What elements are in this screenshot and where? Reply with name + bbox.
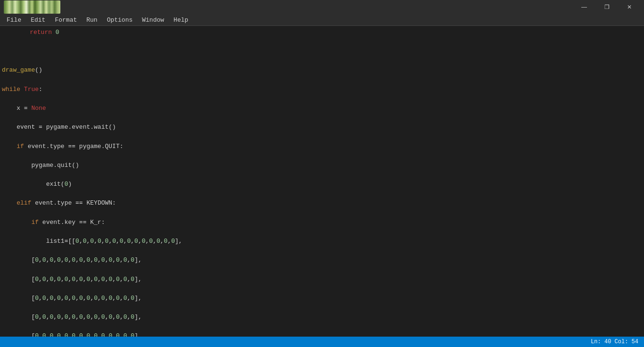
menu-window[interactable]: Window xyxy=(137,15,169,25)
menu-edit[interactable]: Edit xyxy=(26,15,50,25)
window-controls: — ❐ ✕ xyxy=(573,0,640,14)
title-bar-image xyxy=(4,0,60,14)
menu-options[interactable]: Options xyxy=(102,15,138,25)
code-content: return 0 draw_game() while True: x = Non… xyxy=(2,28,640,337)
cursor-position: Ln: 40 Col: 54 xyxy=(591,339,638,345)
title-bar-landscape xyxy=(4,0,60,14)
menu-run[interactable]: Run xyxy=(82,15,102,25)
minimize-button[interactable]: — xyxy=(573,0,595,14)
menu-help[interactable]: Help xyxy=(169,15,193,25)
menu-bar: File Edit Format Run Options Window Help xyxy=(0,14,644,26)
close-button[interactable]: ✕ xyxy=(619,0,640,14)
editor-container: return 0 draw_game() while True: x = Non… xyxy=(0,26,644,337)
maximize-button[interactable]: ❐ xyxy=(596,0,618,14)
title-bar-left xyxy=(4,0,60,14)
code-editor[interactable]: return 0 draw_game() while True: x = Non… xyxy=(0,26,644,337)
menu-file[interactable]: File xyxy=(2,15,26,25)
menu-format[interactable]: Format xyxy=(50,15,82,25)
status-bar: Ln: 40 Col: 54 xyxy=(0,337,644,347)
title-bar: — ❐ ✕ xyxy=(0,0,644,14)
